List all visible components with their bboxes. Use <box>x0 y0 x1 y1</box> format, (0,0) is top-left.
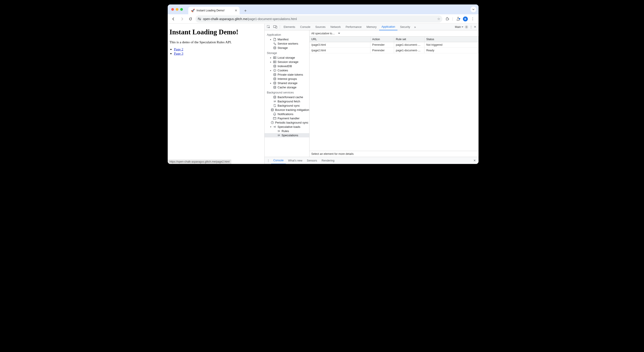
speculation-row[interactable]: /page3.htmlPrerenderpage1-document-…Not … <box>310 42 478 48</box>
tree-item-label: Rules <box>282 129 289 133</box>
close-window-icon[interactable] <box>171 8 174 11</box>
sidebar-payment[interactable]: Payment handler <box>264 116 309 120</box>
drawer-close-icon[interactable]: ✕ <box>472 157 478 164</box>
back-button[interactable] <box>170 15 177 22</box>
drawer-tab-console[interactable]: Console <box>271 157 286 164</box>
devtools-tab-application[interactable]: Application <box>379 24 397 30</box>
db-icon <box>273 96 276 99</box>
sidebar-local-storage[interactable]: ▸Local storage <box>264 55 309 60</box>
tree-item-label: Local storage <box>278 56 295 59</box>
svg-point-25 <box>274 78 276 78</box>
tree-item-label: Speculative loads <box>278 125 300 128</box>
sidebar-spec-speculations[interactable]: Speculations <box>264 133 309 137</box>
speculations-filter-select[interactable]: All speculative loa… <box>311 32 340 35</box>
tree-item-label: Storage <box>278 46 288 49</box>
new-tab-button[interactable]: ＋ <box>242 7 248 13</box>
page-link-page3[interactable]: Page 3 <box>174 51 183 55</box>
sidebar-cache-storage[interactable]: Cache storage <box>264 85 309 89</box>
sidebar-bg-fetch[interactable]: Background fetch <box>264 99 309 103</box>
chrome-menu-icon[interactable]: ⋮ <box>469 15 476 22</box>
devtools-tab-elements[interactable]: Elements <box>281 24 298 30</box>
drawer-menu-icon[interactable]: ⋮ <box>266 157 271 164</box>
page-link-page2[interactable]: Page 2 <box>174 47 183 51</box>
sidebar-group-title: Background services <box>264 89 309 95</box>
labs-icon[interactable] <box>454 15 462 22</box>
devtools-tab-network[interactable]: Network <box>328 24 343 30</box>
tree-caret-icon: ▸ <box>270 69 272 72</box>
devtools-tab-security[interactable]: Security <box>398 24 412 30</box>
cell-url: /page3.html <box>310 42 370 48</box>
tree-item-label: Manifest <box>278 38 288 41</box>
devtools-tab-memory[interactable]: Memory <box>364 24 379 30</box>
sidebar-speculative-loads[interactable]: ▾Speculative loads <box>264 125 309 129</box>
card-icon <box>273 117 276 120</box>
sidebar-indexeddb[interactable]: IndexedDB <box>264 64 309 68</box>
svg-point-26 <box>274 82 276 83</box>
inspect-element-icon[interactable] <box>266 24 272 30</box>
zoom-window-icon[interactable] <box>180 8 183 11</box>
devtools-close-icon[interactable]: ✕ <box>474 25 476 28</box>
table-empty-space <box>310 53 478 151</box>
sidebar-session-storage[interactable]: ▸Session storage <box>264 60 309 64</box>
profile-avatar[interactable]: B <box>463 16 468 21</box>
drawer-tab-whatsnew[interactable]: What's new <box>286 157 304 164</box>
tabstrip-menu-icon[interactable] <box>470 6 476 12</box>
col-ruleset[interactable]: Rule set <box>394 36 424 42</box>
sidebar-cookies[interactable]: ▸Cookies <box>264 68 309 72</box>
minimize-window-icon[interactable] <box>176 8 178 11</box>
content-area: Instant Loading Demo! This is a demo of … <box>168 24 478 164</box>
db-icon <box>273 77 276 80</box>
bookmark-icon[interactable]: ☆ <box>437 17 440 21</box>
cell-rule: page1-document-… <box>394 48 424 53</box>
tree-item-label: Background sync <box>278 104 300 107</box>
reload-button[interactable] <box>187 15 194 22</box>
extensions-icon[interactable] <box>444 15 451 22</box>
devtools-settings-icon[interactable] <box>465 25 468 29</box>
chrome-window: 🚀 Instant Loading Demo! ✕ ＋ <box>168 4 478 164</box>
col-url[interactable]: URL <box>310 36 370 42</box>
devtools-tab-console[interactable]: Console <box>298 24 312 30</box>
sidebar-interest-groups[interactable]: Interest groups <box>264 77 309 81</box>
devtools-menu-icon[interactable]: ⋮ <box>470 25 472 28</box>
sidebar-private-tokens[interactable]: Private state tokens <box>264 72 309 77</box>
col-status[interactable]: Status <box>424 36 478 42</box>
tree-item-label: Payment handler <box>278 117 300 120</box>
devtools-more-tabs-icon[interactable]: » <box>413 24 417 30</box>
sidebar-bfcache[interactable]: Back/forward cache <box>264 95 309 99</box>
drawer-tab-sensors[interactable]: Sensors <box>304 157 319 164</box>
forward-button[interactable] <box>178 15 186 22</box>
browser-tab[interactable]: 🚀 Instant Loading Demo! ✕ <box>188 7 240 14</box>
speculation-row[interactable]: /page2.htmlPrerenderpage1-document-…Read… <box>310 48 478 53</box>
sidebar-manifest[interactable]: ▸Manifest <box>264 37 309 41</box>
sidebar-storage-app[interactable]: Storage <box>264 46 309 50</box>
tab-close-icon[interactable]: ✕ <box>235 9 237 12</box>
sidebar-service-workers[interactable]: Service workers <box>264 41 309 46</box>
sidebar-shared-storage[interactable]: ▸Shared storage <box>264 81 309 85</box>
omnibox[interactable]: open-chalk-asparagus.glitch.me/page1-doc… <box>196 15 442 22</box>
devtools-target-select[interactable]: Main <box>455 25 463 28</box>
grid-icon <box>273 61 276 63</box>
db-icon <box>273 86 276 89</box>
sidebar-periodic[interactable]: Periodic background sync <box>264 120 309 125</box>
sidebar-bounce[interactable]: Bounce tracking mitigation <box>264 108 309 112</box>
tab-title: Instant Loading Demo! <box>196 9 225 12</box>
cookie-icon <box>273 69 276 72</box>
devtools-tab-sources[interactable]: Sources <box>313 24 328 30</box>
sidebar-notifications[interactable]: Notifications <box>264 112 309 116</box>
devtools-tab-performance[interactable]: Performance <box>344 24 364 30</box>
sidebar-group-title: Application <box>264 32 309 37</box>
sidebar-spec-rules[interactable]: Rules <box>264 129 309 133</box>
web-page: Instant Loading Demo! This is a demo of … <box>168 24 264 164</box>
device-toggle-icon[interactable] <box>272 24 278 30</box>
site-controls-icon[interactable] <box>198 18 201 20</box>
svg-point-9 <box>275 44 276 45</box>
tree-item-label: Bounce tracking mitigation <box>275 108 309 111</box>
speculations-filter-row: All speculative loa… <box>310 30 478 36</box>
tree-caret-icon: ▸ <box>270 61 272 63</box>
status-bar: https://open-chalk-asparagus.glitch.me/p… <box>168 159 231 164</box>
sidebar-bg-sync[interactable]: Background sync <box>264 103 309 108</box>
page-title: Instant Loading Demo! <box>170 28 262 36</box>
tree-item-label: Periodic background sync <box>275 121 308 124</box>
col-action[interactable]: Action <box>370 36 394 42</box>
drawer-tab-rendering[interactable]: Rendering <box>319 157 337 164</box>
